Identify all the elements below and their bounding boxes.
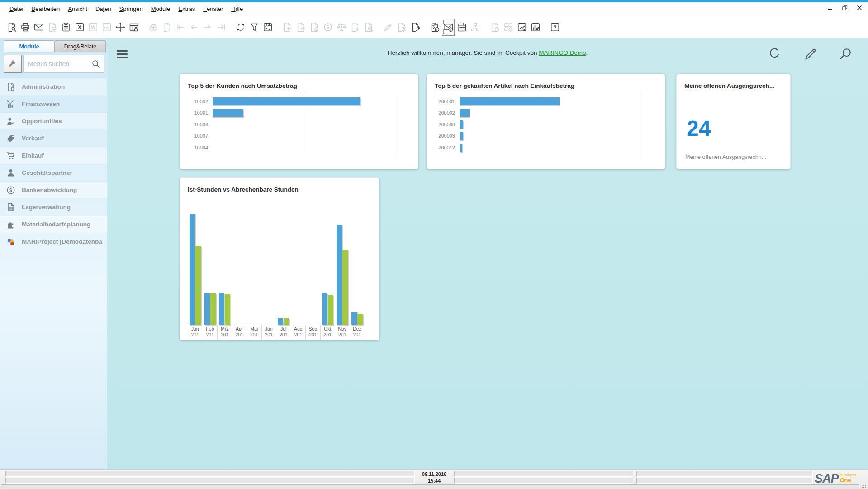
menu-item-bearbeiten[interactable]: Bearbeiten: [27, 4, 64, 14]
sidebar-item-gesch-ftspartner[interactable]: Geschäftspartner: [0, 164, 107, 182]
document-import-icon[interactable]: [281, 20, 294, 34]
form-settings-icon[interactable]: [395, 20, 408, 34]
chart-trend-icon[interactable]: S: [516, 20, 528, 34]
sidebar-item-lagerverwaltung[interactable]: Lagerverwaltung: [0, 199, 107, 216]
bar-group-apr: [232, 206, 247, 325]
bar-group-nov: [335, 206, 350, 325]
category-label: 10007: [180, 133, 213, 139]
pan-arrows-icon[interactable]: [114, 20, 127, 34]
sidebar-item-verkauf[interactable]: Verkauf: [0, 130, 107, 147]
gross-profit-scales-icon[interactable]: [335, 20, 348, 34]
first-record-icon[interactable]: [174, 20, 187, 34]
module-sidebar: ModuleDrag&Relate Administration$Finanzw…: [0, 38, 107, 469]
menu-item-ansicht[interactable]: Ansicht: [64, 4, 91, 14]
sidebar-tab-dragrelate[interactable]: Drag&Relate: [55, 40, 106, 52]
month-label: Mrz201: [217, 325, 232, 340]
sidebar-item-bankenabwicklung[interactable]: $Bankenabwicklung: [0, 182, 107, 199]
bar-dez-abrechenbar: [357, 314, 363, 325]
widget-grid-icon[interactable]: [502, 20, 515, 34]
bar-group-aug: [291, 206, 306, 325]
resize-grip[interactable]: [861, 482, 867, 488]
bar-jan-ist: [190, 214, 195, 325]
sidebar-tab-module[interactable]: Module: [4, 40, 55, 52]
pdf-export-icon[interactable]: PDF: [100, 20, 113, 34]
document-chat-icon[interactable]: [46, 20, 59, 34]
chart-edit-icon[interactable]: [529, 20, 542, 34]
menu-item-hilfe[interactable]: Hilfe: [227, 4, 247, 14]
next-record-icon[interactable]: [201, 20, 214, 34]
checklist-alert-icon[interactable]: !: [428, 20, 441, 34]
edit-pencil-icon[interactable]: [803, 47, 817, 60]
cockpit-area: Herzlich willkommen, manager. Sie sind i…: [107, 38, 868, 469]
email-send-icon[interactable]: [33, 20, 45, 34]
restore-icon[interactable]: [840, 4, 850, 12]
mrp-puzzle-icon: [6, 220, 16, 230]
close-icon[interactable]: [854, 4, 864, 12]
svg-text:X: X: [78, 24, 81, 30]
sort-icon[interactable]: AZ: [261, 20, 274, 34]
welcome-message: Herzlich willkommen, manager. Sie sind i…: [107, 49, 868, 56]
sidebar-item-mariproject-demodatenba[interactable]: MARIProject [Demodatenba: [0, 233, 107, 250]
menu-item-springen[interactable]: Springen: [115, 4, 147, 14]
gauge-document-icon[interactable]: [489, 20, 501, 34]
document-wrench-icon[interactable]: [409, 20, 422, 34]
payment-coin-icon[interactable]: S: [322, 20, 334, 34]
menu-item-daten[interactable]: Daten: [91, 4, 115, 14]
price-search-icon[interactable]: $: [362, 20, 375, 34]
last-record-icon[interactable]: [215, 20, 228, 34]
category-label: 200002: [427, 110, 460, 115]
search-icon[interactable]: [839, 47, 853, 60]
print-preview-icon[interactable]: [60, 20, 72, 34]
month-label: Nov201: [335, 325, 350, 340]
sidebar-item-administration[interactable]: Administration: [0, 78, 107, 96]
refresh-record-icon[interactable]: [234, 20, 247, 34]
menu-item-module[interactable]: Module: [147, 4, 175, 14]
bar-group-jul: [276, 206, 291, 325]
svg-text:W: W: [91, 25, 95, 30]
document-price-icon[interactable]: $: [349, 20, 361, 34]
lock-screen-icon[interactable]: [128, 20, 140, 34]
excel-export-icon[interactable]: X: [73, 20, 86, 34]
month-label: Jan201: [188, 325, 203, 340]
binoculars-find-icon[interactable]: [147, 20, 160, 34]
search-icon[interactable]: [91, 59, 101, 71]
sidebar-item-einkauf[interactable]: Einkauf: [0, 147, 107, 164]
bar-nov-abrechenbar: [342, 250, 348, 325]
sidebar-item-label: Einkauf: [22, 152, 44, 159]
edit-pencil-icon[interactable]: [382, 20, 394, 34]
category-label: 200001: [427, 99, 460, 104]
category-label: 10002: [180, 99, 213, 104]
printer-icon[interactable]: [19, 20, 32, 34]
menu-item-extras[interactable]: Extras: [174, 4, 199, 14]
bar-200003: [460, 132, 463, 140]
bar-feb-abrechenbar: [210, 293, 216, 325]
document-search-icon[interactable]: [5, 20, 18, 34]
window-controls: [825, 4, 864, 12]
message-alert-icon[interactable]: !: [442, 19, 455, 36]
add-record-icon[interactable]: [161, 20, 173, 34]
menu-item-fenster[interactable]: Fenster: [199, 4, 227, 14]
document-export-icon[interactable]: [294, 20, 307, 34]
sidebar-item-opportunities[interactable]: Opportunities: [0, 113, 107, 130]
refresh-icon[interactable]: [768, 47, 781, 60]
status-strip: [1, 484, 860, 488]
minimize-icon[interactable]: [825, 4, 835, 12]
calendar-icon[interactable]: [455, 20, 468, 34]
word-export-icon[interactable]: W: [87, 20, 100, 34]
org-chart-icon[interactable]: [469, 20, 482, 34]
kpi-title: Meine offenen Ausgangsrech...: [677, 74, 790, 89]
document-total-icon[interactable]: $: [308, 20, 321, 34]
bar-jan-abrechenbar: [195, 246, 201, 325]
help-icon[interactable]: ?: [549, 20, 561, 34]
previous-record-icon[interactable]: [188, 20, 200, 34]
sidebar-item-materialbedarfsplanung[interactable]: Materialbedarfsplanung: [0, 216, 107, 233]
menu-settings-button[interactable]: [4, 55, 22, 73]
svg-text:!: !: [436, 28, 438, 32]
sidebar-item-finanzwesen[interactable]: $Finanzwesen: [0, 96, 107, 113]
category-label: 10001: [180, 110, 213, 115]
company-link[interactable]: MARINGO Demo: [539, 49, 586, 56]
chart-row: 200003: [427, 130, 665, 142]
menu-item-datei[interactable]: Datei: [5, 4, 27, 14]
card-top5-customers: Top 5 der Kunden nach Umsatzbetrag 10002…: [180, 74, 418, 169]
filter-icon[interactable]: [248, 20, 261, 34]
